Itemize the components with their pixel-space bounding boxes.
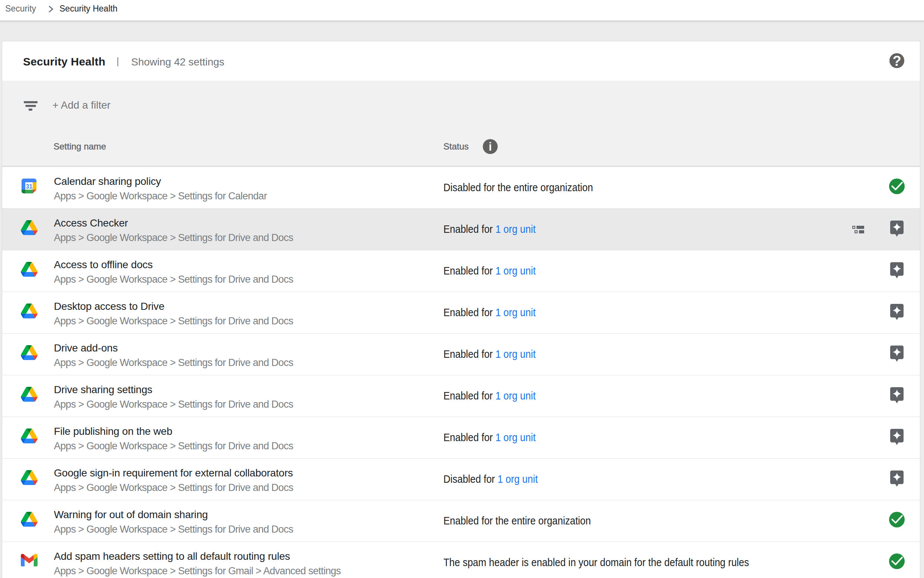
svg-text:31: 31 [26,183,33,190]
